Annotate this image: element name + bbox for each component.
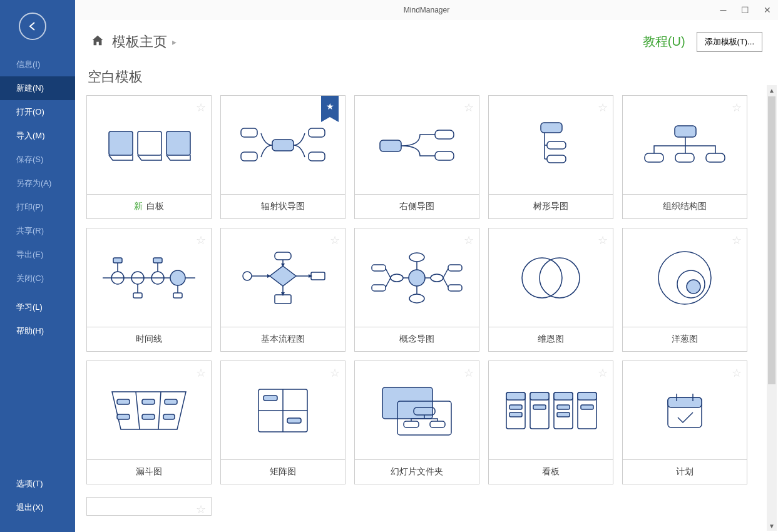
template-preview: ☆: [87, 96, 211, 195]
sidebar-item-5: 另存为(A): [0, 171, 75, 195]
star-icon[interactable]: ☆: [732, 366, 742, 380]
svg-rect-38: [448, 285, 462, 291]
svg-rect-63: [404, 421, 419, 427]
svg-rect-77: [578, 392, 596, 400]
minimize-button[interactable]: ─: [712, 0, 734, 20]
svg-rect-8: [380, 140, 401, 151]
svg-rect-27: [275, 252, 291, 260]
sidebar-item-0: 信息(I): [0, 53, 75, 76]
svg-point-32: [409, 270, 425, 286]
home-icon[interactable]: [91, 34, 105, 49]
svg-rect-75: [557, 412, 570, 417]
sidebar-item-4: 保存(S): [0, 148, 75, 171]
svg-rect-25: [133, 293, 142, 298]
template-card-right[interactable]: ☆右侧导图: [354, 95, 479, 219]
svg-rect-26: [173, 293, 182, 298]
svg-rect-50: [117, 414, 130, 419]
svg-rect-74: [557, 405, 570, 409]
star-icon[interactable]: ☆: [732, 233, 742, 247]
template-card-timeline[interactable]: ☆时间线: [86, 228, 212, 352]
template-card-org[interactable]: ☆组织结构图: [622, 95, 747, 219]
star-icon[interactable]: ☆: [196, 233, 206, 247]
template-card-venn[interactable]: ☆维恩图: [488, 228, 613, 352]
sidebar-item-8: 导出(E): [0, 243, 75, 267]
svg-rect-60: [382, 387, 433, 419]
svg-rect-49: [117, 399, 130, 404]
svg-rect-6: [309, 128, 325, 137]
sidebar-bottom-item-0[interactable]: 选项(T): [0, 472, 75, 496]
main-area: 模板主页 ▸ 教程(U) 添加模板(T)... 空白模板 ☆新白板★辐射状导图☆…: [75, 20, 778, 532]
template-card-onion[interactable]: ☆洋葱图: [622, 228, 747, 352]
svg-rect-36: [372, 285, 386, 291]
template-label: 看板: [489, 460, 613, 484]
template-card[interactable]: ☆: [86, 497, 212, 516]
template-card-slides[interactable]: ☆幻灯片文件夹: [354, 361, 479, 484]
section-title: 空白模板: [88, 68, 755, 86]
svg-rect-73: [554, 392, 573, 400]
sidebar-bottom-item-1[interactable]: 退出(X): [0, 496, 75, 519]
favorite-ribbon-icon: ★: [321, 96, 339, 117]
svg-rect-13: [547, 155, 566, 163]
svg-rect-24: [153, 258, 162, 263]
sidebar-item-3[interactable]: 导入(M): [0, 124, 75, 148]
star-icon[interactable]: ☆: [598, 101, 608, 115]
star-icon[interactable]: ☆: [330, 366, 340, 380]
template-card-flowchart[interactable]: ☆基本流程图: [220, 228, 345, 352]
template-preview: ☆: [489, 361, 613, 460]
add-template-button[interactable]: 添加模板(T)...: [697, 32, 762, 52]
svg-rect-54: [163, 414, 175, 419]
svg-rect-58: [264, 396, 277, 401]
svg-point-22: [170, 270, 185, 285]
star-icon[interactable]: ☆: [464, 233, 474, 247]
content-area: 空白模板 ☆新白板★辐射状导图☆右侧导图☆树形导图☆组织结构图☆时间线☆基本流程…: [75, 64, 767, 532]
svg-rect-31: [311, 272, 325, 280]
new-tag: 新: [134, 201, 143, 212]
template-card-kanban[interactable]: ☆看板: [488, 361, 613, 484]
sidebar-item-9: 关闭(C): [0, 267, 75, 290]
template-card-radial[interactable]: ★辐射状导图: [220, 95, 345, 219]
toolbar: 模板主页 ▸ 教程(U) 添加模板(T)...: [75, 20, 778, 64]
svg-rect-15: [645, 153, 663, 162]
scroll-down-button[interactable]: ▼: [767, 521, 777, 531]
svg-rect-3: [272, 140, 294, 151]
svg-rect-11: [541, 123, 562, 133]
template-card-plan[interactable]: ☆计划: [622, 361, 747, 484]
svg-point-40: [431, 274, 443, 282]
template-label: 漏斗图: [87, 460, 211, 484]
star-icon[interactable]: ☆: [196, 366, 206, 380]
template-card-tree[interactable]: ☆树形导图: [488, 95, 613, 219]
star-icon[interactable]: ☆: [464, 101, 474, 115]
scrollbar[interactable]: ▲ ▼: [767, 85, 777, 531]
template-card-whiteboard[interactable]: ☆新白板: [86, 95, 212, 219]
sidebar-item-1[interactable]: 新建(N): [0, 76, 75, 100]
sidebar: 信息(I)新建(N)打开(O)导入(M)保存(S)另存为(A)打印(P)共享(R…: [0, 0, 75, 532]
scroll-thumb[interactable]: [768, 96, 775, 384]
template-preview: ★: [221, 96, 345, 195]
svg-point-30: [243, 272, 252, 280]
sidebar-item-2[interactable]: 打开(O): [0, 100, 75, 124]
sidebar-item-11[interactable]: 帮助(H): [0, 319, 75, 343]
tutorial-link[interactable]: 教程(U): [643, 33, 685, 50]
close-window-button[interactable]: ✕: [756, 0, 778, 20]
star-icon[interactable]: ☆: [732, 101, 742, 115]
template-preview: ☆: [355, 96, 479, 195]
template-card-concept[interactable]: ☆概念导图: [354, 228, 479, 352]
star-icon[interactable]: ☆: [598, 366, 608, 380]
star-icon[interactable]: ☆: [464, 366, 474, 380]
scroll-up-button[interactable]: ▲: [767, 85, 777, 95]
svg-line-47: [136, 392, 140, 429]
sidebar-item-10[interactable]: 学习(L): [0, 295, 75, 319]
maximize-button[interactable]: ☐: [734, 0, 756, 20]
breadcrumb[interactable]: 模板主页: [112, 33, 167, 51]
back-button[interactable]: [19, 13, 46, 40]
template-card-funnel[interactable]: ☆漏斗图: [86, 361, 212, 484]
svg-point-39: [391, 274, 403, 282]
svg-point-34: [409, 294, 424, 303]
template-preview: ☆: [623, 361, 747, 460]
star-icon[interactable]: ☆: [330, 233, 340, 247]
template-card-matrix[interactable]: ☆矩阵图: [220, 361, 345, 484]
star-icon[interactable]: ☆: [598, 233, 608, 247]
template-preview: ☆: [221, 361, 345, 460]
svg-rect-1: [138, 131, 161, 155]
star-icon[interactable]: ☆: [196, 101, 206, 115]
